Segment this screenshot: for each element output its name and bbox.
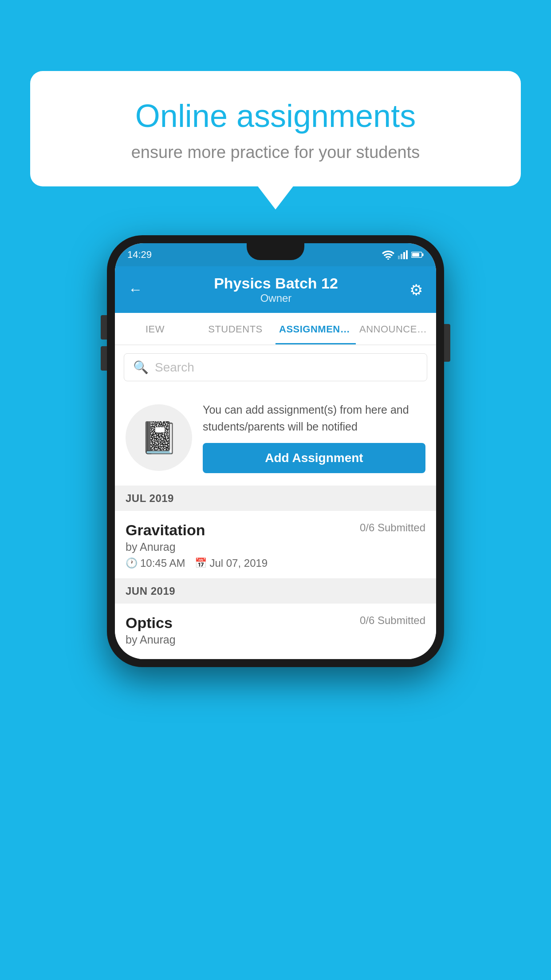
power-button	[444, 324, 450, 362]
header-subtitle: Owner	[214, 292, 338, 304]
assignment-row1: Gravitation 0/6 Submitted	[126, 522, 425, 539]
search-icon: 🔍	[133, 360, 149, 375]
clock-icon: 🕐	[126, 557, 138, 569]
assignment-name-optics: Optics	[126, 614, 173, 632]
wifi-icon	[382, 250, 394, 260]
status-bar: 14:29	[115, 243, 436, 266]
svg-rect-1	[398, 256, 400, 259]
assignment-item-gravitation[interactable]: Gravitation 0/6 Submitted by Anurag 🕐 10…	[115, 511, 436, 579]
calendar-icon: 📅	[195, 557, 207, 569]
assignment-by-optics: by Anurag	[126, 633, 425, 646]
settings-icon[interactable]: ⚙	[409, 281, 423, 299]
assignment-submitted-gravitation: 0/6 Submitted	[360, 522, 425, 534]
svg-rect-3	[403, 252, 405, 259]
assignment-row1-optics: Optics 0/6 Submitted	[126, 614, 425, 632]
svg-rect-7	[412, 253, 419, 257]
volume-up-button	[101, 315, 107, 340]
phone-notch	[247, 243, 304, 260]
assignment-by-gravitation: by Anurag	[126, 541, 425, 553]
svg-rect-2	[401, 254, 402, 259]
search-box[interactable]: 🔍 Search	[124, 353, 427, 381]
speech-bubble-subtitle: ensure more practice for your students	[57, 143, 494, 162]
promo-icon-circle: 📓	[126, 404, 192, 471]
search-placeholder: Search	[155, 360, 194, 375]
tabs-bar: IEW STUDENTS ASSIGNMENTS ANNOUNCEMI…	[115, 313, 436, 345]
tab-announcements[interactable]: ANNOUNCEMI…	[356, 313, 436, 344]
speech-bubble-title: Online assignments	[57, 98, 494, 134]
promo-text: You can add assignment(s) from here and …	[203, 402, 425, 435]
volume-down-button	[101, 346, 107, 371]
jun-label: JUN 2019	[126, 585, 175, 597]
status-time: 14:29	[127, 249, 152, 261]
assignment-item-optics[interactable]: Optics 0/6 Submitted by Anurag	[115, 604, 436, 659]
tab-students[interactable]: STUDENTS	[195, 313, 276, 344]
speech-bubble: Online assignments ensure more practice …	[30, 71, 521, 186]
speech-bubble-container: Online assignments ensure more practice …	[30, 71, 521, 186]
assignment-name-gravitation: Gravitation	[126, 522, 205, 539]
status-icons	[382, 250, 424, 260]
section-header-jun: JUN 2019	[115, 579, 436, 604]
notebook-icon: 📓	[140, 419, 178, 456]
phone-outer-shell: 14:29	[107, 235, 444, 667]
promo-content: You can add assignment(s) from here and …	[203, 402, 425, 473]
assignment-date: Jul 07, 2019	[209, 557, 268, 569]
back-button[interactable]: ←	[128, 281, 142, 298]
search-container: 🔍 Search	[115, 345, 436, 389]
tab-assignments[interactable]: ASSIGNMENTS	[276, 313, 356, 344]
phone-device: 14:29	[107, 235, 444, 667]
svg-point-0	[387, 258, 389, 260]
app-header: ← Physics Batch 12 Owner ⚙	[115, 266, 436, 313]
signal-icon	[398, 250, 408, 259]
assignment-meta-gravitation: 🕐 10:45 AM 📅 Jul 07, 2019	[126, 557, 425, 569]
header-center: Physics Batch 12 Owner	[214, 275, 338, 304]
time-meta: 🕐 10:45 AM	[126, 557, 185, 569]
section-header-jul: JUL 2019	[115, 486, 436, 511]
tab-iew[interactable]: IEW	[115, 313, 195, 344]
assignment-time: 10:45 AM	[140, 557, 185, 569]
svg-rect-6	[422, 253, 424, 256]
promo-section: 📓 You can add assignment(s) from here an…	[115, 389, 436, 486]
add-assignment-button[interactable]: Add Assignment	[203, 443, 425, 473]
date-meta: 📅 Jul 07, 2019	[195, 557, 268, 569]
assignment-submitted-optics: 0/6 Submitted	[360, 614, 425, 627]
header-title: Physics Batch 12	[214, 275, 338, 292]
phone-screen: 14:29	[115, 243, 436, 659]
svg-rect-4	[406, 250, 408, 259]
battery-icon	[411, 251, 424, 258]
jul-label: JUL 2019	[126, 492, 174, 504]
